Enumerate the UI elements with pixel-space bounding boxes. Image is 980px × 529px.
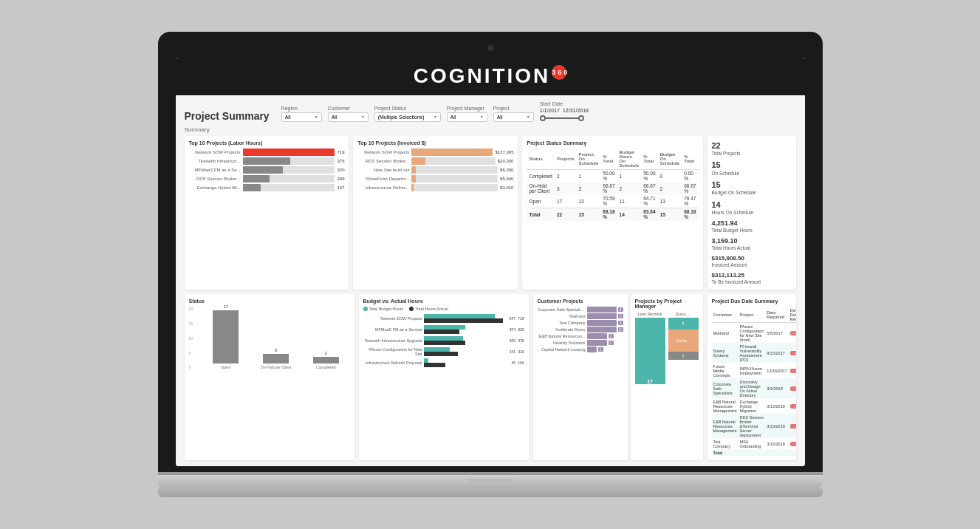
budget-dark-4	[424, 352, 458, 356]
pm-seg-orange: Arche...	[668, 330, 699, 352]
kpi-budget-on-schedule: 15 Budget On Schedule	[712, 180, 792, 197]
due-date-title: Project Due Date Summary	[712, 298, 792, 304]
projects-by-pm-card: Projects by Project Manager Lynn Reznick…	[631, 294, 703, 460]
legend-budget: Total Budget Hours	[363, 307, 404, 311]
inv-bar-2: RDS Session Broker... $20,350	[357, 157, 513, 165]
cust-bar-2	[587, 313, 617, 319]
inv-bar-5: Infrastructure Refres... $3,010	[357, 184, 513, 191]
top10-labor-card: Top 10 Projects (Labor Hours) Network SO…	[185, 136, 349, 290]
kpi-total-projects: 22 Total Projects	[712, 140, 792, 157]
bar-label-1: Network SOW Projects	[189, 150, 241, 154]
status-row-completed: Completed 2 1 50.00 % 1 50.00 % 0 0.00 %	[527, 169, 698, 182]
kpi-budget-label: Budget On Schedule	[712, 190, 792, 196]
col-pct2: % Total	[641, 149, 657, 170]
cust-row-3: Test Company 3	[538, 320, 623, 326]
due-col-project: Project	[739, 307, 766, 323]
bar-label-3: MFMaaS FM as a Se...	[189, 168, 241, 172]
pm-chevron: ▼	[480, 115, 484, 119]
top10-labor-chart: Network SOW Projects 719 Teaswith Infras…	[189, 149, 345, 191]
laptop-foot	[158, 488, 823, 497]
kpi-invoiced-amount: $315,808.50 Invoiced Amount	[712, 255, 792, 269]
date-slider[interactable]	[540, 115, 584, 122]
region-select[interactable]: All ▼	[281, 112, 322, 122]
summary-label: Summary	[185, 126, 796, 133]
start-date-label: Start Date	[540, 101, 589, 106]
inv-track-4	[411, 175, 498, 182]
kpi-total-projects-label: Total Projects	[712, 151, 792, 157]
top10-invoiced-title: Top 10 Projects (Invoiced $)	[357, 140, 513, 146]
budget-track-3	[424, 336, 507, 345]
budget-track-2	[424, 325, 507, 334]
inv-val-3: $6,300	[500, 168, 513, 172]
project-select[interactable]: All ▼	[493, 112, 534, 122]
region-value: All	[285, 115, 291, 120]
bar-val-1: 719	[337, 150, 344, 154]
bar-fill-5	[243, 184, 261, 191]
kpi-on-schedule-value: 15	[712, 160, 792, 170]
pm-label: Project Manager	[447, 106, 487, 111]
cust-row-7: Capital Network Leasing 1	[538, 347, 623, 352]
pm-chart-title: Projects by Project Manager	[635, 298, 699, 309]
pm-bar-lynn: 17	[635, 318, 665, 384]
project-manager-filter: Project Manager All ▼	[447, 106, 487, 122]
app-header: COGNITION360	[176, 57, 805, 95]
bar-label-2: Teaswith Infrastruct...	[189, 159, 241, 163]
top10-invoiced-chart: Network SOW Projects $127,395 RDS Sessio…	[357, 149, 513, 191]
pm-select[interactable]: All ▼	[447, 112, 487, 122]
cust-bar-3	[587, 320, 617, 326]
cust-row-4: Xcellerate Demo 3	[538, 327, 623, 332]
status-row-total: Total 22 15 68.18 % 14 63.64 % 15 68.18 …	[527, 208, 698, 221]
customer-chevron: ▼	[361, 115, 365, 119]
legend-actual: Total Hours Actual	[409, 307, 448, 311]
pm-col-lynn: Lynn Reznick 17	[635, 312, 665, 384]
kpi-hours-on-schedule: 14 Hours On Schedule	[712, 199, 792, 216]
project-status-filter: Project Status (Multiple Selections) ▼	[374, 106, 441, 122]
vert-bars-container: 17 Open 3 On-Hold per Client	[189, 307, 350, 369]
slider-fill	[544, 117, 580, 119]
vert-bar-completed-fill	[313, 357, 339, 364]
budget-row-1: Network SOW Projects 647 719	[363, 314, 524, 323]
kpi-inv-label: Invoiced Amount	[712, 262, 792, 268]
inv-bar-1: Network SOW Projects $127,395	[357, 149, 513, 156]
project-status-chevron: ▼	[434, 115, 437, 119]
kpi-tbh-value: 4,251.94	[712, 219, 792, 228]
budget-row-5: Infrastructure Refresh Proposal 45 194	[363, 358, 524, 367]
inv-bar-3: New Site build out $6,300	[357, 166, 513, 174]
due-col-date: Date Required	[765, 307, 789, 323]
pm-seg-gray: 2	[668, 352, 699, 360]
bar-row-5: Exchange Hybrid Mi... 147	[189, 184, 345, 191]
vert-bar-completed: 2 Completed	[313, 351, 339, 369]
kpi-tbi-label: To Be Invoiced Amount	[712, 279, 792, 285]
vert-bar-onhold: 3 On-Hold per Client	[261, 348, 291, 369]
project-status-label: Project Status	[374, 106, 441, 111]
col-on-schedule: Project On Schedule	[577, 149, 601, 170]
project-status-summary-card: Project Status Summary Status Projects P…	[522, 136, 702, 290]
bar-track-5	[243, 184, 335, 191]
bar-row-3: MFMaaS FM as a Se... 320	[189, 166, 345, 174]
kpi-hours-value: 14	[712, 199, 792, 210]
bar-fill-1	[243, 149, 335, 156]
cust-bar-5	[587, 333, 607, 339]
logo-badge: 360	[552, 65, 566, 80]
inv-label-5: Infrastructure Refres...	[357, 185, 409, 190]
customer-select[interactable]: All ▼	[328, 112, 369, 122]
cust-row-6: Veracity Solutions 2	[538, 340, 623, 346]
bar-val-2: 376	[337, 159, 344, 163]
pm-value: All	[450, 115, 456, 120]
budget-legend: Total Budget Hours Total Hours Actual	[363, 307, 524, 311]
status-vert-title: Status	[189, 298, 350, 304]
kpi-budget-value: 15	[712, 180, 792, 190]
slider-thumb-right[interactable]	[578, 115, 584, 121]
pm-stacked-euna: 3 Arche... 2	[668, 318, 699, 360]
dashboard: Project Summary Region All ▼ Customer Al…	[176, 95, 805, 467]
bar-track-1	[243, 149, 335, 156]
kpi-tbi-value: $313,113.25	[712, 272, 792, 279]
top10-labor-title: Top 10 Projects (Labor Hours)	[189, 140, 345, 146]
pm-cols: Lynn Reznick 17 Euna ... 3 Arche...	[635, 312, 699, 384]
cust-row-1: Corporate Safe Specialists 3	[538, 307, 623, 313]
slider-thumb-left[interactable]	[540, 115, 546, 121]
inv-bar-4: SharePoint Departm... $5,940	[357, 175, 513, 182]
project-status-select[interactable]: (Multiple Selections) ▼	[374, 112, 441, 122]
kpi-on-schedule-label: On Schedule	[712, 171, 792, 177]
inv-label-2: RDS Session Broker...	[357, 159, 409, 163]
